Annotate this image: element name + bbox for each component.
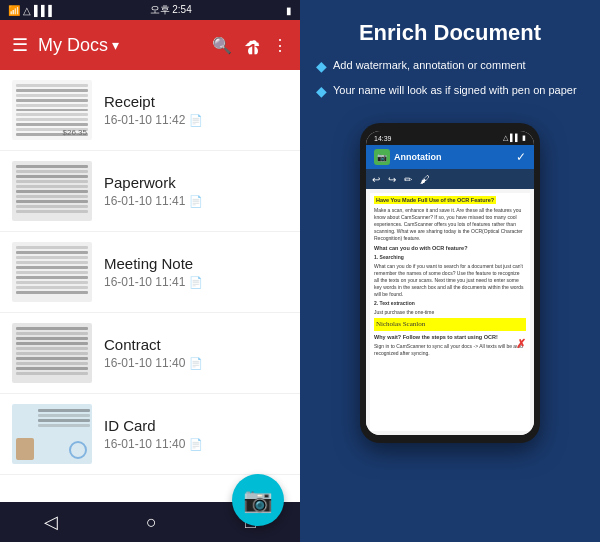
doc-date-text-receipt: 16-01-10 11:42 xyxy=(104,113,185,127)
thumb-line xyxy=(16,327,88,330)
phone-marker-icon[interactable]: 🖌 xyxy=(420,174,430,185)
doc-info-meeting: Meeting Note 16-01-10 11:41 📄 xyxy=(104,255,288,289)
doc-info-receipt: Receipt 16-01-10 11:42 📄 xyxy=(104,93,288,127)
phone-signal-icon: ▌▌ xyxy=(510,134,520,142)
app-title: My Docs ▾ xyxy=(38,35,202,56)
thumb-line xyxy=(16,185,88,188)
doc-info-contract: Contract 16-01-10 11:40 📄 xyxy=(104,336,288,370)
doc-name-meeting: Meeting Note xyxy=(104,255,288,272)
back-nav-icon[interactable]: ◁ xyxy=(44,511,58,533)
doc-item-idcard[interactable]: ID Card 16-01-10 11:40 📄 xyxy=(0,394,300,475)
feature-bullet-2: ◆ Your name will look as if signed with … xyxy=(316,83,584,102)
doc-date-text-paperwork: 16-01-10 11:41 xyxy=(104,194,185,208)
thumb-line xyxy=(16,246,88,249)
menu-icon[interactable]: ☰ xyxy=(12,34,28,56)
bluetooth-icon: 📶 xyxy=(8,5,20,16)
thumb-line xyxy=(38,424,90,427)
doc-name-receipt: Receipt xyxy=(104,93,288,110)
doc-item-paperwork[interactable]: Paperwork 16-01-10 11:41 📄 xyxy=(0,151,300,232)
doc-date-text-meeting: 16-01-10 11:41 xyxy=(104,275,185,289)
app-bar: ☰ My Docs ▾ 🔍 ☁ 1 ⋮ xyxy=(0,20,300,70)
doc-highlight-span: Have You Made Full Use of the OCR Featur… xyxy=(374,196,496,204)
doc-item1-body: What can you do if you want to search fo… xyxy=(374,263,526,298)
right-panel: Enrich Document ◆ Add watermark, annotat… xyxy=(300,0,600,542)
phone-redo-icon[interactable]: ↪ xyxy=(388,174,396,185)
status-bar: 📶 △ ▌▌▌ 오후 2:54 ▮ xyxy=(0,0,300,20)
doc-body-text: Make a scan, enhance it and save it. Are… xyxy=(374,207,526,242)
doc-thumb-paperwork xyxy=(12,161,92,221)
thumb-line xyxy=(16,205,88,208)
doc-item2-title: 2. Text extraction xyxy=(374,300,526,307)
thumb-line xyxy=(16,190,88,193)
phone-pencil-icon[interactable]: ✏ xyxy=(404,174,412,185)
doc-section1-title: What can you do with OCR feature? xyxy=(374,245,526,253)
thumb-lines xyxy=(16,165,88,217)
thumb-line xyxy=(16,104,88,107)
close-annotation-icon[interactable]: ✗ xyxy=(516,336,526,353)
feature-title: Enrich Document xyxy=(359,20,541,46)
doc-item2-body: Just purchase the one-time xyxy=(374,309,526,316)
phone-status-bar: 14:39 △ ▌▌ ▮ xyxy=(366,131,534,145)
status-bar-left-icons: 📶 △ ▌▌▌ xyxy=(8,5,55,16)
thumb-line xyxy=(16,276,88,279)
thumb-line xyxy=(16,109,88,112)
more-options-icon[interactable]: ⋮ xyxy=(272,36,288,55)
phone-app-title: Annotation xyxy=(394,152,442,162)
phone-toolbar: ↩ ↪ ✏ 🖌 xyxy=(366,169,534,189)
battery-icon: ▮ xyxy=(286,5,292,16)
phone-battery-icon: ▮ xyxy=(522,134,526,142)
upload-icon-wrapper[interactable]: ☁ 1 xyxy=(244,31,260,60)
home-nav-icon[interactable]: ○ xyxy=(146,512,157,533)
doc-item-meeting-note[interactable]: Meeting Note 16-01-10 11:41 📄 xyxy=(0,232,300,313)
thumb-line xyxy=(16,84,88,87)
doc-item-contract[interactable]: Contract 16-01-10 11:40 📄 xyxy=(0,313,300,394)
page-icon-contract: 📄 xyxy=(189,357,203,370)
upload-badge: 1 xyxy=(248,46,258,56)
doc-info-idcard: ID Card 16-01-10 11:40 📄 xyxy=(104,417,288,451)
thumb-line xyxy=(16,89,88,92)
phone-undo-icon[interactable]: ↩ xyxy=(372,174,380,185)
thumb-line xyxy=(16,347,88,350)
doc-name-idcard: ID Card xyxy=(104,417,288,434)
doc-thumb-receipt: $26.35 xyxy=(12,80,92,140)
thumb-line xyxy=(16,286,88,289)
thumb-line xyxy=(16,352,88,355)
doc-date-contract: 16-01-10 11:40 📄 xyxy=(104,356,288,370)
thumb-line xyxy=(16,165,88,168)
doc-date-text-contract: 16-01-10 11:40 xyxy=(104,356,185,370)
thumb-line xyxy=(16,99,88,102)
app-bar-icons: 🔍 ☁ 1 ⋮ xyxy=(212,31,288,60)
idcard-lines xyxy=(38,409,90,427)
doc-highlight-text: Have You Made Full Use of the OCR Featur… xyxy=(374,197,526,205)
thumb-line xyxy=(38,414,90,417)
thumb-line xyxy=(16,118,88,121)
status-bar-right-icons: ▮ xyxy=(286,5,292,16)
thumb-line xyxy=(38,419,90,422)
app-title-text: My Docs xyxy=(38,35,108,56)
phone-check-icon[interactable]: ✓ xyxy=(516,150,526,164)
doc-thumb-contract xyxy=(12,323,92,383)
thumb-line xyxy=(16,261,88,264)
camera-fab[interactable]: 📷 xyxy=(232,474,284,526)
doc-date-text-idcard: 16-01-10 11:40 xyxy=(104,437,185,451)
doc-item1-title: 1. Searching xyxy=(374,254,526,261)
thumb-line xyxy=(16,123,88,126)
doc-item-receipt[interactable]: $26.35 Receipt 16-01-10 11:42 📄 xyxy=(0,70,300,151)
thumb-line xyxy=(16,256,88,259)
doc-section2-title: Why wait? Follow the steps to start usin… xyxy=(374,334,526,342)
camera-icon: 📷 xyxy=(243,486,273,514)
feature-bullets: ◆ Add watermark, annotation or comment ◆… xyxy=(316,58,584,107)
search-icon[interactable]: 🔍 xyxy=(212,36,232,55)
page-icon-idcard: 📄 xyxy=(189,438,203,451)
thumb-line xyxy=(16,271,88,274)
thumb-line xyxy=(16,200,88,203)
phone-app-icon: 📷 xyxy=(374,149,390,165)
title-chevron-icon[interactable]: ▾ xyxy=(112,37,119,53)
doc-info-paperwork: Paperwork 16-01-10 11:41 📄 xyxy=(104,174,288,208)
phone-doc-page: Have You Made Full Use of the OCR Featur… xyxy=(370,193,530,431)
doc-date-meeting: 16-01-10 11:41 📄 xyxy=(104,275,288,289)
phone-time: 14:39 xyxy=(374,135,392,142)
doc-date-idcard: 16-01-10 11:40 📄 xyxy=(104,437,288,451)
thumb-line xyxy=(16,281,88,284)
thumb-line xyxy=(16,94,88,97)
